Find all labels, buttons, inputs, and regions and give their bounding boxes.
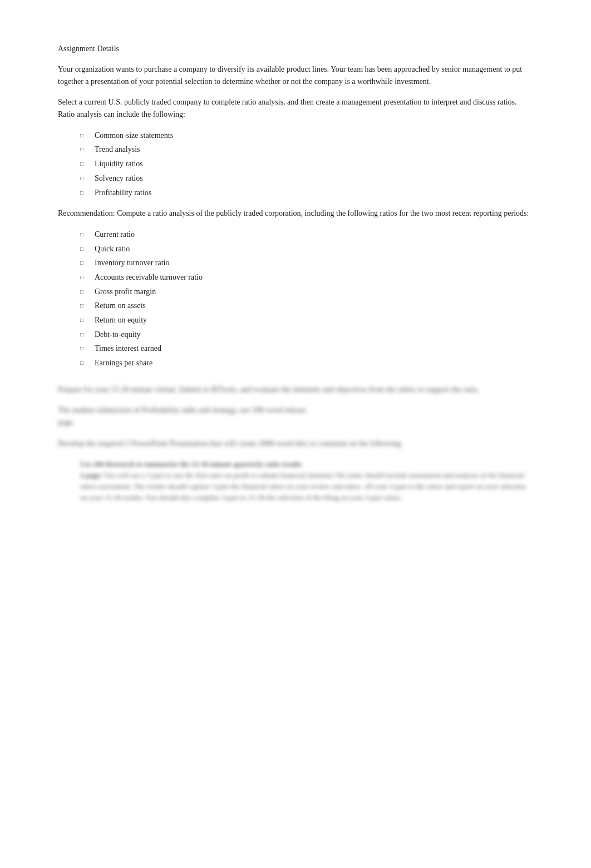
- list-item: □ Inventory turnover ratio: [58, 257, 533, 269]
- list-item: □ Solvency ratios: [58, 172, 533, 185]
- bullet-icon: □: [80, 245, 89, 254]
- list-item: □ Accounts receivable turnover ratio: [58, 271, 533, 284]
- list-item: □ Common-size statements: [58, 130, 533, 142]
- bullet-icon: □: [80, 230, 89, 239]
- paragraph-2: Select a current U.S. publicly traded co…: [58, 96, 533, 120]
- page-container: Assignment Details Your organization wan…: [0, 0, 591, 868]
- list-item: □ Return on equity: [58, 314, 533, 326]
- blurred-sub-section: Use 200 Research to summarize the 15-30 …: [80, 459, 533, 504]
- blurred-paragraph-2: The student submission of Profitability …: [58, 404, 533, 428]
- blurred-paragraph-3: Develop the required 3 PowerPoint Presen…: [58, 438, 533, 450]
- list-item: □ Debt-to-equity: [58, 329, 533, 341]
- paragraph-3: Recommendation: Compute a ratio analysis…: [58, 207, 533, 220]
- bullet-icon: □: [80, 330, 89, 339]
- bullet-icon: □: [80, 160, 89, 168]
- bullet-icon: □: [80, 359, 89, 368]
- list-item: □ Times interest earned: [58, 343, 533, 355]
- list-item: □ Liquidity ratios: [58, 158, 533, 170]
- bullet-icon: □: [80, 273, 89, 282]
- bullet-icon: □: [80, 301, 89, 310]
- bullet-icon: □: [80, 259, 89, 267]
- bullet-icon: □: [80, 145, 89, 154]
- section-title: Assignment Details: [58, 44, 533, 53]
- list-item: □ Earnings per share: [58, 357, 533, 369]
- list-2: □ Current ratio □ Quick ratio □ Inventor…: [58, 229, 533, 369]
- list-item: □ Return on assets: [58, 300, 533, 312]
- list-item: □ Trend analysis: [58, 143, 533, 156]
- bullet-icon: □: [80, 189, 89, 197]
- blurred-paragraph-1: Prepare for your 15-30 minute virtual, S…: [58, 384, 533, 396]
- list-item: □ Profitability ratios: [58, 187, 533, 199]
- bullet-icon: □: [80, 316, 89, 325]
- list-item: □ Current ratio: [58, 229, 533, 241]
- list-item: □ Quick ratio: [58, 243, 533, 255]
- blurred-sub-label: Use 200 Research to summarize the 15-30 …: [80, 459, 533, 504]
- list-item: □ Gross profit margin: [58, 286, 533, 298]
- bullet-icon: □: [80, 344, 89, 353]
- bullet-icon: □: [80, 287, 89, 296]
- list-1: □ Common-size statements □ Trend analysi…: [58, 130, 533, 199]
- bullet-icon: □: [80, 131, 89, 140]
- paragraph-1: Your organization wants to purchase a co…: [58, 63, 533, 87]
- bullet-icon: □: [80, 174, 89, 183]
